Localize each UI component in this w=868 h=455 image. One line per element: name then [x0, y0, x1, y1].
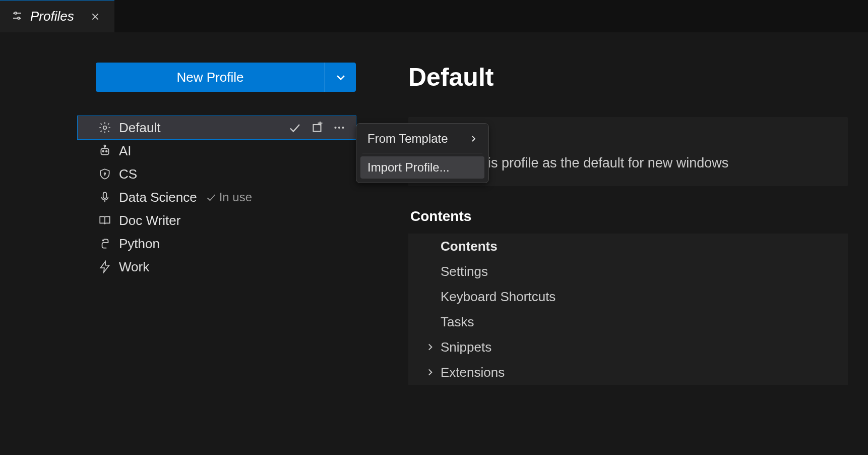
profile-label: CS	[119, 166, 137, 182]
svg-point-10	[334, 127, 336, 129]
contents-row-snippets[interactable]: Snippets	[408, 334, 848, 360]
tab-bar-background	[114, 0, 868, 32]
profile-label: AI	[119, 143, 132, 159]
svg-point-22	[103, 240, 104, 241]
chevron-down-icon	[335, 72, 346, 83]
robot-icon	[98, 144, 112, 157]
profile-row-data-science[interactable]: Data Science In use	[78, 186, 356, 209]
profile-row-work[interactable]: Work	[78, 255, 356, 278]
row-label: Contents	[441, 239, 498, 254]
profile-row-python[interactable]: Python	[78, 232, 356, 255]
contents-row-settings[interactable]: Settings	[408, 259, 848, 284]
profile-label: Python	[119, 236, 160, 252]
tab-label: Profiles	[30, 9, 74, 24]
zap-icon	[98, 260, 112, 273]
profile-label: Work	[119, 259, 149, 275]
svg-rect-20	[103, 192, 107, 198]
shield-icon	[98, 167, 112, 181]
svg-rect-7	[314, 125, 321, 132]
new-profile-button[interactable]: New Profile	[96, 63, 356, 92]
contents-panel: Contents Settings Keyboard Shortcuts Tas…	[408, 234, 848, 385]
svg-point-18	[104, 173, 106, 175]
menu-from-template[interactable]: From Template	[360, 128, 484, 150]
new-window-icon	[311, 122, 323, 134]
svg-point-17	[104, 145, 105, 147]
svg-marker-23	[100, 261, 109, 272]
new-profile-dropdown-trigger[interactable]	[325, 63, 356, 92]
profile-title: Default	[408, 63, 848, 92]
row-label: Snippets	[441, 339, 491, 355]
in-use-badge: In use	[206, 190, 252, 204]
svg-point-14	[102, 151, 104, 152]
svg-point-15	[106, 151, 107, 152]
tab-bar: Profiles	[0, 0, 868, 32]
gear-icon	[98, 121, 112, 134]
book-icon	[98, 214, 112, 227]
profile-row-default[interactable]: Default	[78, 116, 356, 139]
new-profile-dropdown: From Template Import Profile...	[356, 123, 489, 183]
in-use-text: In use	[219, 190, 252, 204]
new-window-button[interactable]	[309, 122, 325, 134]
snake-icon	[98, 237, 112, 250]
row-label: Settings	[441, 264, 488, 279]
profile-row-doc-writer[interactable]: Doc Writer	[78, 209, 356, 232]
more-actions-button[interactable]	[332, 122, 347, 134]
check-icon	[289, 122, 301, 134]
new-profile-label: New Profile	[96, 70, 325, 85]
contents-row-contents[interactable]: Contents	[408, 234, 848, 259]
tab-profiles[interactable]: Profiles	[0, 0, 114, 32]
menu-import-profile[interactable]: Import Profile...	[360, 156, 484, 179]
svg-point-6	[103, 126, 107, 130]
contents-row-tasks[interactable]: Tasks	[408, 309, 848, 334]
profile-row-cs[interactable]: CS	[78, 162, 356, 186]
profiles-sidebar: New Profile Default	[0, 32, 378, 385]
menu-separator	[362, 153, 482, 153]
settings-sliders-icon	[11, 10, 23, 24]
chevron-right-icon	[425, 368, 435, 377]
check-icon	[206, 192, 216, 202]
checkbox-label: Use this profile as the default for new …	[449, 155, 728, 171]
profile-label: Default	[119, 120, 160, 136]
profile-row-ai[interactable]: AI	[78, 139, 356, 162]
svg-point-12	[342, 127, 344, 129]
contents-row-keyboard[interactable]: Keyboard Shortcuts	[408, 284, 848, 309]
row-label: Tasks	[441, 314, 474, 330]
chevron-right-icon	[425, 343, 435, 352]
profile-label: Doc Writer	[119, 213, 180, 229]
ellipsis-icon	[333, 122, 345, 134]
contents-row-extensions[interactable]: Extensions	[408, 360, 848, 385]
mic-icon	[98, 191, 112, 204]
use-profile-button[interactable]	[287, 122, 302, 134]
contents-heading: Contents	[410, 208, 848, 224]
svg-point-1	[15, 12, 17, 14]
svg-point-3	[18, 17, 20, 19]
menu-label: Import Profile...	[367, 160, 450, 175]
tab-close-button[interactable]	[87, 9, 103, 25]
row-label: Extensions	[441, 365, 505, 380]
profile-detail: Default Windows Use this profile as the …	[378, 32, 868, 385]
row-label: Keyboard Shortcuts	[441, 289, 555, 305]
svg-point-11	[338, 127, 340, 129]
menu-label: From Template	[367, 132, 448, 146]
profile-label: Data Science	[119, 190, 197, 205]
chevron-right-icon	[469, 135, 477, 143]
profile-list: Default	[78, 116, 356, 278]
